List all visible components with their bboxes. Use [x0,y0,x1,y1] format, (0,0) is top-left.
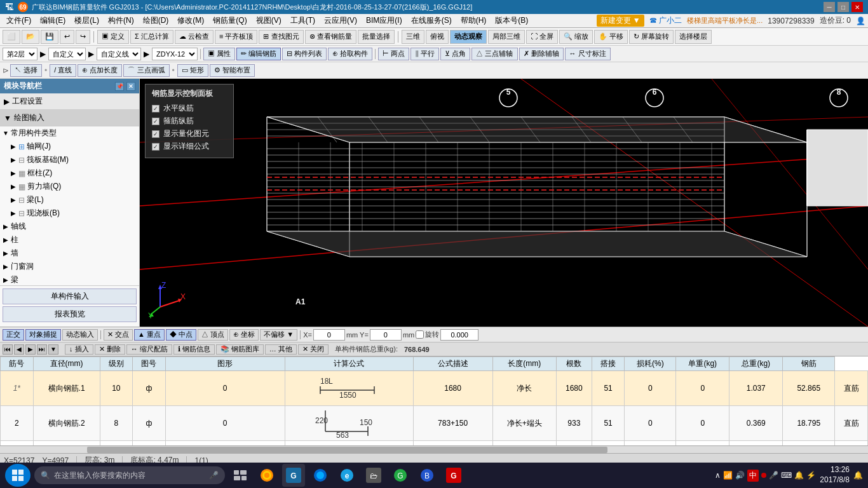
action-scale[interactable]: ↔ 缩尺配筋 [126,344,172,355]
tree-item-axis-group[interactable]: ▶ 轴线 [0,220,139,233]
tb-3d[interactable]: 三维 [402,30,424,44]
tb-redo[interactable]: ↪ [76,30,90,44]
tb2-three-point-axis[interactable]: △ 三点辅轴 [471,48,517,60]
menu-tools[interactable]: 工具(T) [287,14,319,27]
tb2-component-list[interactable]: ⊟ 构件列表 [282,48,327,60]
snap-vertex[interactable]: △ 顶点 [198,329,228,341]
tb-select-floor[interactable]: 选择楼层 [675,30,712,44]
horizontal-scrollbar[interactable] [0,445,868,453]
menu-component[interactable]: 构件(N) [104,14,138,27]
line-type-select[interactable]: 自定义线 [97,48,141,60]
maximize-button[interactable]: □ [837,2,849,12]
tree-item-beam-group[interactable]: ▶ 梁 [0,273,139,285]
start-button[interactable] [5,464,31,487]
viewport-3d[interactable]: 5 6 8 A1 钢筋显示控制面板 ✓ 水平纵筋 ✓ 箍筋纵筋 [140,79,868,327]
tb-top-view[interactable]: 俯视 [426,30,449,44]
action-insert[interactable]: ↓ 插入 [65,344,93,355]
menu-file[interactable]: 文件(F) [3,14,35,27]
table-row[interactable]: 2 横向钢筋.2 8 ф 0 220 563 [1,406,868,441]
tb-new[interactable]: ⬜ [3,30,20,44]
rotate-checkbox[interactable] [416,330,424,339]
new-change-button[interactable]: 新建变更 ▼ [597,15,644,27]
cp-item-3[interactable]: ✓ 显示量化图元 [152,128,227,139]
tb-dynamic-view[interactable]: 动态观察 [450,30,487,44]
taskbar-app-glodon[interactable]: G [442,464,465,487]
snap-orthogonal[interactable]: 正交 [3,329,24,341]
menu-version[interactable]: 版本号(B) [491,14,532,27]
minimize-button[interactable]: ─ [824,2,835,12]
menu-cloud[interactable]: 云应用(V) [320,14,361,27]
tb2-two-points[interactable]: ⊢ 两点 [378,48,409,60]
sidebar-pin-btn[interactable]: 📌 [115,82,124,91]
taskbar-app-firefox[interactable] [309,464,332,487]
snap-coord[interactable]: ⊕ 坐标 [229,329,259,341]
taskbar-search[interactable]: 🔍 在这里输入你要搜索的内容 🎤 [34,466,225,484]
cp-item-1[interactable]: ✓ 水平纵筋 [152,103,227,114]
action-close[interactable]: ✕ 关闭 [298,344,329,355]
tb2-dimension[interactable]: ↔ 尺寸标注 [565,48,611,60]
sidebar-section-settings[interactable]: ▶ 工程设置 [0,93,139,110]
tree-item-slab[interactable]: ▶ ⊟ 现浇板(B) [0,207,139,220]
table-row[interactable]: 3 横向钢筋.3 12 ф 0 18 L 2 [1,441,868,446]
clock[interactable]: 13:26 2017/8/8 [820,465,850,485]
nav-prev[interactable]: ◀ [14,344,24,355]
tb2-property[interactable]: ▣ 属性 [203,48,235,60]
tb-cloud-check[interactable]: ☁ 云检查 [175,30,214,44]
tb2-pick-component[interactable]: ⊕ 拾取构件 [328,48,372,60]
cb-stirrup[interactable]: ✓ [152,118,159,125]
menu-view[interactable]: 视图(V) [252,14,285,27]
cp-item-2[interactable]: ✓ 箍筋纵筋 [152,116,227,126]
nav-dropdown[interactable]: ▼ [48,344,58,355]
taskbar-app-green[interactable]: G [389,464,412,487]
menu-modify[interactable]: 修改(M) [173,14,208,27]
tree-item-raft[interactable]: ▶ ⊟ 筏板基础(M) [0,153,139,166]
cb-horizontal-bar[interactable]: ✓ [152,105,159,112]
menu-draw[interactable]: 绘图(D) [139,14,173,27]
tree-item-column[interactable]: ▶ ▦ 框柱(Z) [0,166,139,180]
tb-save[interactable]: 💾 [41,30,58,44]
sidebar-section-draw[interactable]: ▼ 绘图输入 [0,110,139,126]
action-info[interactable]: ℹ 钢筋信息 [173,344,215,355]
scrollbar-thumb[interactable] [87,447,608,453]
close-button[interactable]: ✕ [851,2,863,12]
menu-layer[interactable]: 楼层(L) [71,14,103,27]
single-component-btn[interactable]: 单构件输入 [3,288,137,304]
snap-endpoint[interactable]: ▲ 重点 [134,329,165,341]
floor-select[interactable]: 第2层 [3,48,37,60]
taskbar-app-task-view[interactable] [229,464,252,487]
taskbar-app-ie[interactable]: e [336,464,358,487]
report-preview-btn[interactable]: 报表预览 [3,306,137,322]
tb-define[interactable]: ▣ 定义 [97,30,129,44]
tb-sum[interactable]: Σ 汇总计算 [130,30,173,44]
tb-pan[interactable]: ✋ 平移 [594,30,628,44]
guangda-button[interactable]: ☎ 广小二 [649,15,682,26]
tree-item-shear-wall[interactable]: ▶ ▦ 剪力墙(Q) [0,180,139,193]
snap-intersection[interactable]: ✕ 交点 [104,329,133,341]
nav-last[interactable]: ⏭ [37,344,47,355]
tree-item-opening-group[interactable]: ▶ 门窗洞 [0,260,139,273]
snap-dynamic[interactable]: 动态输入 [62,329,98,341]
taskbar-app-browser[interactable] [255,464,278,487]
tb-find-element[interactable]: ⊞ 查找图元 [259,30,303,44]
snap-no-offset[interactable]: 不偏移 ▼ [260,329,297,341]
rotate-input[interactable] [440,329,478,341]
tb-undo[interactable]: ↩ [60,30,74,44]
menu-edit[interactable]: 编辑(E) [36,14,69,27]
snap-midpoint[interactable]: ◆ 中点 [166,329,196,341]
tb2-delete-axis[interactable]: ✗ 删除辅轴 [519,48,564,60]
snap-object[interactable]: 对象捕捉 [25,329,61,341]
action-other[interactable]: … 其他 [265,344,297,355]
tree-item-column-group[interactable]: ▶ 柱 [0,233,139,247]
tb-fullscreen[interactable]: ⛶ 全屏 [526,30,558,44]
tb-open[interactable]: 📂 [22,30,39,44]
tb2-point-angle[interactable]: ⊻ 点角 [440,48,470,60]
cp-item-4[interactable]: ✓ 显示详细公式 [152,141,227,152]
tb2-edit-steel[interactable]: ✏ 编辑钢筋 [236,48,281,60]
code-select[interactable]: ZDYX-12 [152,48,198,60]
tb-zoom[interactable]: 🔍 缩放 [559,30,593,44]
x-input[interactable] [313,329,345,341]
tree-item-common[interactable]: ▼ 常用构件类型 [0,126,139,140]
sidebar-close-btn[interactable]: ✕ [126,82,135,91]
tb3-smart-place[interactable]: ⚙ 智能布置 [210,64,255,77]
tb3-select[interactable]: ↖ 选择 [10,64,42,77]
